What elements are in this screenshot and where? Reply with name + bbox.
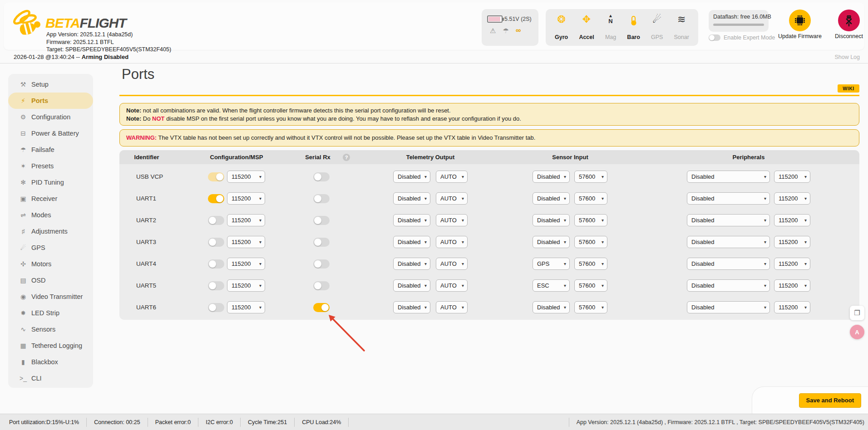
sidebar-item-tethered-logging[interactable]: ▦ Tethered Logging: [8, 337, 93, 354]
telemetry-select[interactable]: Disabled▾: [393, 236, 430, 248]
wiki-button[interactable]: WIKI: [838, 84, 859, 93]
serial-rx-toggle[interactable]: [313, 281, 330, 290]
serial-rx-toggle[interactable]: [313, 259, 330, 269]
msp-toggle[interactable]: [208, 172, 224, 181]
peripherals-baud-select[interactable]: 115200▾: [774, 236, 810, 248]
layout-grid-button[interactable]: ❐: [850, 306, 864, 320]
sidebar-item-video-transmitter[interactable]: ◉ Video Transmitter: [8, 288, 93, 305]
telemetry-select[interactable]: Disabled▾: [393, 192, 430, 205]
msp-toggle[interactable]: [208, 216, 224, 225]
sensor-input-select[interactable]: Disabled▾: [533, 236, 570, 248]
sidebar-item-cli[interactable]: >_ CLI: [8, 370, 93, 386]
peripherals-select[interactable]: Disabled▾: [687, 279, 770, 292]
sidebar-item-led-strip[interactable]: ✸ LED Strip: [8, 305, 93, 321]
peripherals-select[interactable]: Disabled▾: [687, 236, 770, 248]
msp-baud-select[interactable]: 115200▾: [227, 171, 265, 183]
sensor-input-select[interactable]: Disabled▾: [533, 301, 570, 313]
peripherals-baud-select[interactable]: 115200▾: [774, 279, 810, 292]
msp-toggle[interactable]: [208, 238, 224, 247]
sidebar-item-modes[interactable]: ⇌ Modes: [8, 207, 93, 223]
update-firmware-button[interactable]: [789, 10, 811, 31]
msp-baud-select[interactable]: 115200▾: [227, 279, 265, 292]
peripherals-baud-select[interactable]: 115200▾: [774, 214, 810, 226]
msp-baud-select[interactable]: 115200▾: [227, 258, 265, 270]
sidebar-item-presets[interactable]: ✶ Presets: [8, 158, 93, 174]
expert-mode-toggle[interactable]: [709, 34, 720, 41]
sidebar-item-icon: ⚡: [18, 97, 28, 104]
telemetry-baud-select[interactable]: AUTO▾: [436, 171, 468, 183]
sensor-input-select[interactable]: Disabled▾: [533, 214, 570, 226]
telemetry-select[interactable]: Disabled▾: [393, 279, 430, 292]
telemetry-baud-select[interactable]: AUTO▾: [436, 236, 468, 248]
telemetry-select[interactable]: Disabled▾: [393, 171, 430, 183]
sensor-input-select[interactable]: GPS▾: [533, 258, 570, 270]
sensor-baud-select[interactable]: 57600▾: [574, 171, 607, 183]
sensor-input-select[interactable]: Disabled▾: [533, 192, 570, 205]
msp-baud-select[interactable]: 115200▾: [227, 192, 265, 205]
sidebar-item-label: Sensors: [31, 326, 55, 333]
telemetry-baud-select[interactable]: AUTO▾: [436, 214, 468, 226]
chevron-down-icon: ▾: [564, 218, 566, 223]
sidebar-item-receiver[interactable]: ▣ Receiver: [8, 191, 93, 207]
serial-rx-toggle[interactable]: [313, 216, 330, 225]
translate-button[interactable]: A: [850, 325, 864, 339]
sidebar-item-failsafe[interactable]: ☂ Failsafe: [8, 142, 93, 158]
telemetry-baud-select[interactable]: AUTO▾: [436, 258, 468, 270]
sidebar-item-blackbox[interactable]: ▮ Blackbox: [8, 354, 93, 370]
msp-baud-select[interactable]: 115200▾: [227, 301, 265, 313]
sidebar-item-sensors[interactable]: ∿ Sensors: [8, 321, 93, 337]
sidebar-item-osd[interactable]: ▤ OSD: [8, 272, 93, 288]
peripherals-select[interactable]: Disabled▾: [687, 171, 770, 183]
telemetry-select[interactable]: Disabled▾: [393, 301, 430, 313]
sensor-baud-select[interactable]: 57600▾: [574, 236, 607, 248]
sidebar-item-setup[interactable]: ⚒ Setup: [8, 76, 93, 93]
peripherals-baud-select[interactable]: 115200▾: [774, 301, 810, 313]
sidebar-item-pid-tuning[interactable]: ✻ PID Tuning: [8, 174, 93, 191]
msp-toggle[interactable]: [208, 281, 224, 290]
peripherals-select[interactable]: Disabled▾: [687, 258, 770, 270]
chevron-down-icon: ▾: [564, 196, 566, 201]
wordmark-flight: FLIGHT: [79, 15, 126, 30]
sensor-baud-select[interactable]: 57600▾: [574, 214, 607, 226]
sensor-baud-select[interactable]: 57600▾: [574, 192, 607, 205]
sensor-baud-select[interactable]: 57600▾: [574, 258, 607, 270]
serial-rx-toggle[interactable]: [313, 303, 330, 312]
sensor-input-select[interactable]: Disabled▾: [533, 171, 570, 183]
msp-baud-select[interactable]: 115200▾: [227, 214, 265, 226]
sensor-baud-select[interactable]: 57600▾: [574, 301, 607, 313]
peripherals-select[interactable]: Disabled▾: [687, 301, 770, 313]
peripherals-select[interactable]: Disabled▾: [687, 192, 770, 205]
peripherals-baud-select[interactable]: 115200▾: [774, 192, 810, 205]
sidebar-item-power-battery[interactable]: ⊟ Power & Battery: [8, 125, 93, 142]
sensor-baud-select[interactable]: 57600▾: [574, 279, 607, 292]
chevron-down-icon: ▾: [259, 261, 261, 266]
sidebar-item-adjustments[interactable]: ♯ Adjustments: [8, 223, 93, 239]
telemetry-baud-select[interactable]: AUTO▾: [436, 279, 468, 292]
sidebar-item-ports[interactable]: ⚡ Ports: [8, 93, 93, 109]
disconnect-button[interactable]: [838, 10, 860, 31]
peripherals-baud-select[interactable]: 115200▾: [774, 258, 810, 270]
telemetry-baud-select[interactable]: AUTO▾: [436, 192, 468, 205]
chevron-down-icon: ▾: [602, 218, 604, 223]
telemetry-select[interactable]: Disabled▾: [393, 214, 430, 226]
port-row: UART1 115200▾ Disabled▾ AUTO▾ Disabled▾ …: [119, 188, 859, 210]
save-and-reboot-button[interactable]: Save and Reboot: [799, 393, 861, 408]
msp-toggle[interactable]: [208, 194, 224, 203]
serial-rx-help-icon[interactable]: ?: [343, 154, 350, 161]
peripherals-select[interactable]: Disabled▾: [687, 214, 770, 226]
msp-toggle[interactable]: [208, 303, 224, 312]
sidebar-item-configuration[interactable]: ⚙ Configuration: [8, 109, 93, 125]
telemetry-select[interactable]: Disabled▾: [393, 258, 430, 270]
telemetry-baud-select[interactable]: AUTO▾: [436, 301, 468, 313]
serial-rx-toggle[interactable]: [313, 172, 330, 181]
serial-rx-toggle[interactable]: [313, 194, 330, 203]
sidebar-item-motors[interactable]: ✣ Motors: [8, 256, 93, 272]
msp-toggle[interactable]: [208, 259, 224, 269]
msp-baud-select[interactable]: 115200▾: [227, 236, 265, 248]
peripherals-baud-select[interactable]: 115200▾: [774, 171, 810, 183]
chevron-down-icon: ▾: [764, 261, 766, 266]
show-log-link[interactable]: Show Log: [834, 52, 860, 63]
sensor-input-select[interactable]: ESC▾: [533, 279, 570, 292]
sidebar-item-gps[interactable]: ☄ GPS: [8, 239, 93, 256]
serial-rx-toggle[interactable]: [313, 238, 330, 247]
